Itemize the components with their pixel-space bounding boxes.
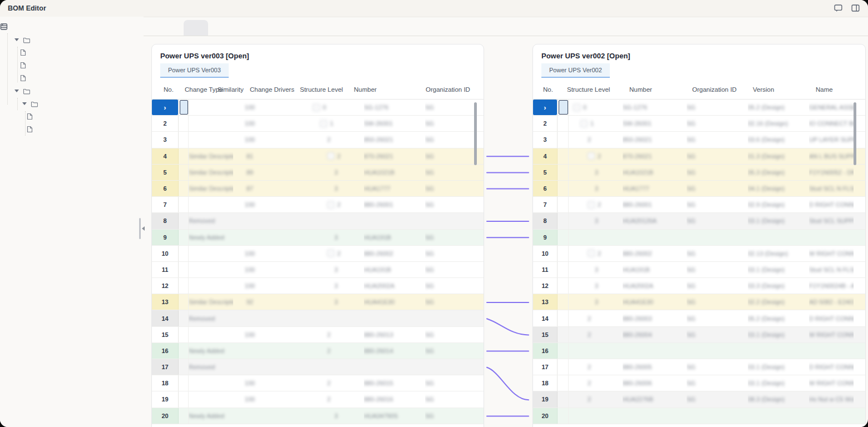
right-table-row-4[interactable]: 4−2870-26021SG01.3 (Design)AN L BUS SUPP… xyxy=(533,148,865,165)
row-select-cell[interactable] xyxy=(558,278,569,294)
row-select-cell[interactable] xyxy=(179,294,189,310)
right-table-scrollbar[interactable] xyxy=(854,102,856,165)
row-select-cell[interactable] xyxy=(558,213,569,229)
right-table-row-14[interactable]: 142880-26003SG05.2 (Design)D RIGHT CONNE… xyxy=(533,310,865,326)
left-table-scrollbar[interactable] xyxy=(474,102,477,165)
comment-icon[interactable] xyxy=(834,3,843,13)
right-table-row-13[interactable]: 133HUA41E30SG02.2 (Design)AD 5082 - E240… xyxy=(533,294,865,310)
right-table-row-15[interactable]: 152880-26004SG03.1 (Design)W RIGHT CONNE… xyxy=(533,327,865,343)
tab-great-bear-3[interactable] xyxy=(159,20,184,36)
right-table-row-10[interactable]: 10−2880-26002SG02.13 (Design)W RIGHT CON… xyxy=(533,246,865,262)
row-select-cell[interactable] xyxy=(558,310,569,326)
left-table-row-12[interactable]: 121003HUA2002ASG xyxy=(152,278,484,294)
row-select-cell[interactable] xyxy=(179,246,189,261)
row-select-cell[interactable] xyxy=(179,181,189,196)
left-table-row-11[interactable]: 111003HUA191BSG xyxy=(152,262,484,278)
left-table-row-7[interactable]: 7100−2880-26001SG xyxy=(152,197,484,213)
row-select-cell[interactable] xyxy=(558,294,569,310)
row-select-cell[interactable] xyxy=(179,165,189,180)
expand-row-chevron[interactable]: › xyxy=(533,100,558,115)
left-table-row-13[interactable]: 13Similar Descriptio923HUA41E30SG xyxy=(152,294,484,310)
left-table-row-10[interactable]: 10100−2880-26002SG xyxy=(152,246,484,262)
right-table-row-6[interactable]: 63HUA1777SG04.1 (Design)Stud SCL N FLSH … xyxy=(533,181,865,197)
left-table-row-1[interactable]: ›100−0SG-1276SG xyxy=(152,100,484,116)
row-select-cell[interactable] xyxy=(179,343,189,359)
right-table-row-7[interactable]: 7−2880-26001SG02.9 (Design)D RIGHT CONNE… xyxy=(533,197,865,213)
focused-cell[interactable] xyxy=(559,100,568,115)
right-table-row-18[interactable]: 182880-26006SG03.1 (Design)W RIGHT CONNE… xyxy=(533,375,865,391)
row-select-cell[interactable] xyxy=(179,230,189,245)
tree-item-manual-power-ups-ver003-version-1-open-[interactable] xyxy=(0,110,144,123)
row-select-cell[interactable] xyxy=(179,148,189,164)
panel-layout-icon[interactable] xyxy=(851,3,860,13)
tree-item-bom-repository[interactable] xyxy=(0,20,144,33)
left-table-row-18[interactable]: 181002880-26015SG xyxy=(152,375,484,391)
row-select-cell[interactable] xyxy=(558,100,569,115)
caret-down-icon[interactable] xyxy=(14,38,19,41)
row-select-cell[interactable] xyxy=(558,132,569,147)
row-select-cell[interactable] xyxy=(558,181,569,196)
tree-item-manual-bom[interactable] xyxy=(0,85,144,97)
row-select-cell[interactable] xyxy=(558,391,569,407)
right-table-row-5[interactable]: 53HUA1021BSG05.3 (Design)F1Y1N0052 - DRI xyxy=(533,165,865,181)
row-select-cell[interactable] xyxy=(179,278,189,294)
tree-item-internal[interactable] xyxy=(0,97,144,110)
caret-down-icon[interactable] xyxy=(22,102,27,105)
right-table-row-8[interactable]: 83HUA20126ASG03.1 (Design)Stud SCL SUPPO… xyxy=(533,213,865,229)
row-select-cell[interactable] xyxy=(558,343,569,359)
left-table-row-14[interactable]: 14Removed xyxy=(152,310,484,326)
left-table-row-17[interactable]: 17Removed xyxy=(152,359,484,375)
left-panel-version-tab[interactable]: Power UPS Ver003 xyxy=(160,63,229,78)
tree-item-power-ups-ver003-open-[interactable] xyxy=(0,46,144,59)
row-select-cell[interactable] xyxy=(558,327,569,342)
right-table-row-19[interactable]: 192HUA2276BSG08.3 (Design)Hx Nut w C5 Ws… xyxy=(533,391,865,408)
left-table-row-19[interactable]: 191002880-26016SG xyxy=(152,391,484,408)
row-select-cell[interactable] xyxy=(558,246,569,261)
left-table-row-6[interactable]: 6Similar Descriptio873HUA1777SG xyxy=(152,181,484,197)
tree-item-pdm-bom[interactable] xyxy=(0,33,144,46)
row-select-cell[interactable] xyxy=(179,132,189,147)
row-select-cell[interactable] xyxy=(179,100,189,115)
caret-down-icon[interactable] xyxy=(14,90,19,92)
right-table-row-11[interactable]: 113HUA191BSG03.1 (Design)Stud SCL N FLSH… xyxy=(533,262,865,278)
expand-row-chevron[interactable]: › xyxy=(152,100,179,115)
row-select-cell[interactable] xyxy=(558,408,569,424)
row-select-cell[interactable] xyxy=(179,375,189,391)
row-select-cell[interactable] xyxy=(558,375,569,391)
left-table-row-20[interactable]: 20Newly Added3HUA34790SSG xyxy=(152,408,484,424)
row-select-cell[interactable] xyxy=(558,359,569,375)
row-select-cell[interactable] xyxy=(558,262,569,277)
row-select-cell[interactable] xyxy=(558,165,569,180)
left-table-row-3[interactable]: 31002850-26021SG xyxy=(152,132,484,148)
right-table-row-17[interactable]: 172880-26005SG03.1 (Design)D RIGHT CONNE… xyxy=(533,359,865,375)
left-table-row-9[interactable]: 9Newly Added3HUA191BSG xyxy=(152,230,484,246)
left-table-row-2[interactable]: 2100−1SW-26001SG xyxy=(152,116,484,132)
right-table-row-2[interactable]: 2−1SW-26001SG02.16 (Design)IO CONNECT BU… xyxy=(533,116,865,132)
left-table-row-15[interactable]: 151002880-26013SG xyxy=(152,327,484,343)
right-panel-version-tab[interactable]: Power UPS Ver002 xyxy=(541,63,610,78)
right-table-row-9[interactable]: 9 xyxy=(533,230,865,246)
row-select-cell[interactable] xyxy=(179,391,189,407)
left-table-row-8[interactable]: 8Removed xyxy=(152,213,484,229)
right-table-row-16[interactable]: 16 xyxy=(533,343,865,359)
row-select-cell[interactable] xyxy=(179,408,189,424)
row-select-cell[interactable] xyxy=(179,116,189,131)
right-table-row-12[interactable]: 123HUA2002ASG03.3 (Design)F1Y1N0024B - A… xyxy=(533,278,865,294)
tab-bom-comparison[interactable] xyxy=(184,20,208,36)
row-select-cell[interactable] xyxy=(558,197,569,212)
tree-item-power-ups-ver002-open-[interactable] xyxy=(0,59,144,72)
left-table-row-4[interactable]: 4Similar Descriptio81−2870-26021SG xyxy=(152,148,484,165)
row-select-cell[interactable] xyxy=(179,359,189,375)
right-table-row-20[interactable]: 20 xyxy=(533,408,865,424)
tree-item-copy-power-ups-ver003-from-pdm-open-[interactable] xyxy=(0,123,144,136)
focused-cell[interactable] xyxy=(180,100,188,115)
row-select-cell[interactable] xyxy=(179,310,189,326)
row-select-cell[interactable] xyxy=(179,262,189,277)
row-select-cell[interactable] xyxy=(179,197,189,212)
row-select-cell[interactable] xyxy=(179,213,189,229)
row-select-cell[interactable] xyxy=(558,148,569,164)
tree-item-power-ups-ver001-open-[interactable] xyxy=(0,72,144,85)
row-select-cell[interactable] xyxy=(558,230,569,245)
left-table-row-5[interactable]: 5Similar Descriptio893HUA1021BSG xyxy=(152,165,484,181)
row-select-cell[interactable] xyxy=(558,116,569,131)
